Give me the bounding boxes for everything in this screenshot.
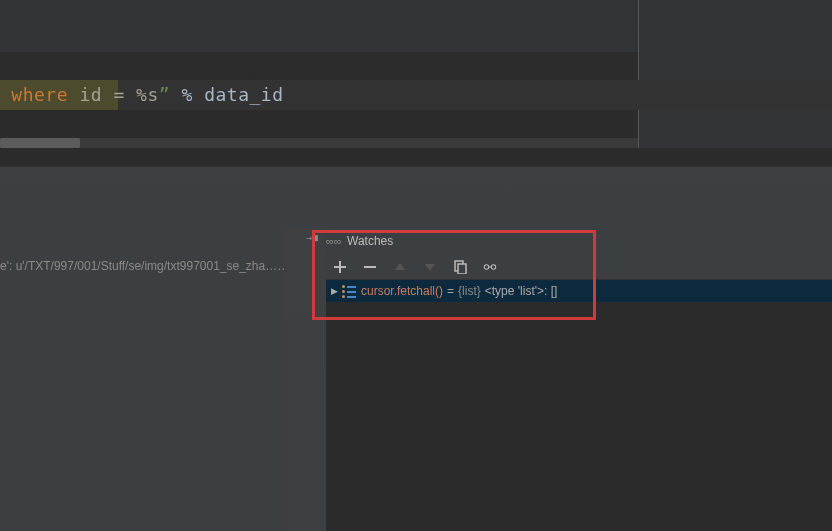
svg-point-3	[491, 264, 495, 268]
glasses-icon	[483, 260, 497, 274]
add-watch-button[interactable]	[332, 259, 348, 275]
restore-layout-icon[interactable]: →■	[306, 232, 320, 246]
code-format: %s	[136, 84, 159, 105]
watch-variable-icon	[342, 284, 358, 298]
svg-rect-1	[458, 264, 466, 274]
expand-arrow-icon[interactable]: ▶	[328, 286, 340, 296]
triangle-down-icon	[423, 260, 437, 274]
editor-past-margin	[638, 0, 832, 148]
triangle-up-icon	[393, 260, 407, 274]
code-line[interactable]: where id = %s” % data_id	[0, 80, 283, 110]
watch-equals: =	[447, 284, 454, 298]
svg-point-2	[484, 264, 488, 268]
editor-hscroll-thumb[interactable]	[0, 138, 80, 148]
watches-tab-header[interactable]: ∞∞ Watches	[326, 228, 393, 252]
code-space	[193, 84, 204, 105]
code-identifier: data_id	[204, 84, 283, 105]
move-down-button[interactable]	[422, 259, 438, 275]
glasses-icon: ∞∞	[326, 229, 342, 253]
editor-empty-top	[0, 0, 638, 52]
tool-window-divider[interactable]	[0, 166, 832, 206]
show-watches-button[interactable]	[482, 259, 498, 275]
watch-expression: cursor.fetchall()	[361, 284, 443, 298]
watches-toolbar	[326, 254, 832, 280]
column-gap	[286, 228, 326, 531]
debug-panel: e': u'/TXT/997/001/Stuff/se/img/txt99700…	[0, 204, 832, 531]
code-string-end: ”	[159, 84, 170, 105]
frames-column: e': u'/TXT/997/001/Stuff/se/img/txt99700…	[0, 204, 326, 531]
code-text	[68, 84, 79, 105]
watch-value: <type 'list'>: []	[485, 284, 558, 298]
remove-watch-button[interactable]	[362, 259, 378, 275]
watch-type: {list}	[458, 284, 481, 298]
code-space	[170, 84, 181, 105]
code-text: id =	[79, 84, 136, 105]
editor-area: where id = %s” % data_id	[0, 0, 832, 148]
copy-watch-button[interactable]	[452, 259, 468, 275]
editor-right-margin-line	[638, 0, 639, 148]
copy-icon	[453, 260, 467, 274]
frame-text: e': u'/TXT/997/001/Stuff/se/img/txt99700…	[0, 259, 265, 273]
watches-tab-label: Watches	[347, 234, 393, 248]
code-keyword: where	[0, 84, 68, 105]
editor-hscroll-track[interactable]	[0, 138, 638, 148]
watch-entry[interactable]: ▶ cursor.fetchall() = {list} <type 'list…	[326, 280, 832, 302]
minus-icon	[363, 260, 377, 274]
plus-icon	[333, 260, 347, 274]
move-up-button[interactable]	[392, 259, 408, 275]
frame-entry[interactable]: e': u'/TXT/997/001/Stuff/se/img/txt99700…	[0, 256, 290, 276]
code-operator: %	[181, 84, 192, 105]
